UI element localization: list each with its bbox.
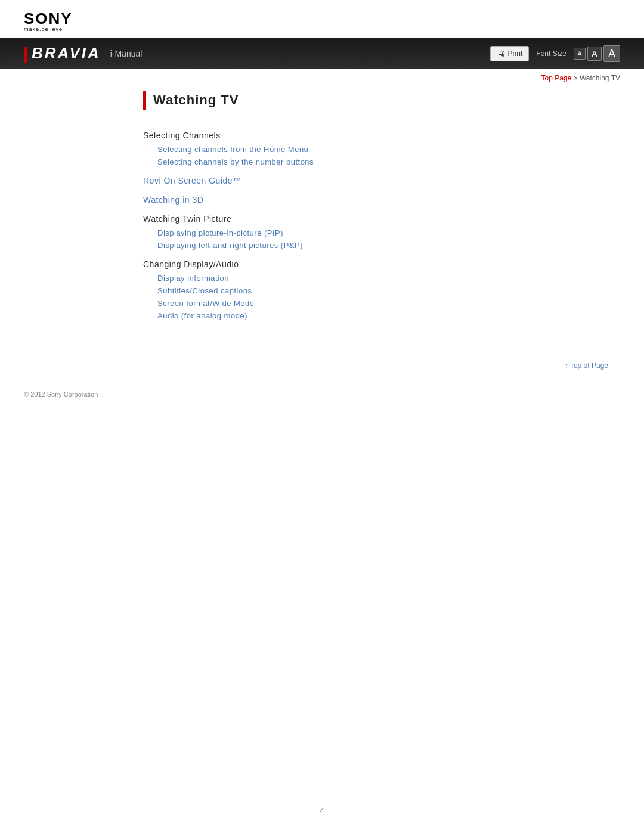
- copyright: © 2012 Sony Corporation: [24, 391, 98, 398]
- watching-twin-picture-heading: Watching Twin Picture: [143, 214, 596, 224]
- footer-area: © 2012 Sony Corporation: [0, 382, 644, 405]
- imanual-label: i-Manual: [110, 49, 143, 58]
- font-size-controls: A A A: [574, 45, 620, 62]
- bravia-logo: BRAVIA: [24, 44, 101, 63]
- top-of-page-area: Top of Page: [0, 354, 644, 382]
- font-large-button[interactable]: A: [603, 45, 620, 62]
- content-area: Watching TV Selecting Channels Selecting…: [0, 85, 644, 354]
- page-number: 4: [320, 806, 324, 815]
- link-rovi-on-screen-guide[interactable]: Rovi On Screen Guide™: [143, 176, 596, 185]
- link-watching-in-3d[interactable]: Watching in 3D: [143, 195, 596, 205]
- section-watching-3d: Watching in 3D: [143, 195, 596, 205]
- red-accent-bar: [24, 47, 27, 63]
- title-red-bar: [143, 91, 146, 110]
- link-displaying-pap[interactable]: Displaying left-and-right pictures (P&P): [157, 241, 596, 250]
- link-display-information[interactable]: Display information: [157, 274, 596, 283]
- print-button[interactable]: 🖨 Print: [490, 46, 530, 61]
- link-displaying-pip[interactable]: Displaying picture-in-picture (PIP): [157, 228, 596, 237]
- section-selecting-channels: Selecting Channels Selecting channels fr…: [143, 131, 596, 166]
- section-changing-display-audio: Changing Display/Audio Display informati…: [143, 259, 596, 320]
- breadcrumb-current: Watching TV: [580, 74, 620, 82]
- page-title: Watching TV: [153, 92, 239, 108]
- link-subtitles-closed-captions[interactable]: Subtitles/Closed captions: [157, 286, 596, 295]
- link-selecting-channels-number-buttons[interactable]: Selecting channels by the number buttons: [157, 157, 596, 166]
- logo-area: SONY make.believe: [0, 0, 644, 38]
- top-of-page-link[interactable]: Top of Page: [565, 361, 608, 370]
- link-selecting-channels-home-menu[interactable]: Selecting channels from the Home Menu: [157, 145, 596, 154]
- nav-bar: BRAVIA i-Manual 🖨 Print Font Size A A A: [0, 38, 644, 69]
- sony-brand: SONY: [24, 11, 73, 26]
- sony-tagline: make.believe: [24, 27, 63, 32]
- breadcrumb-area: Top Page > Watching TV: [0, 69, 644, 85]
- link-audio-analog-mode[interactable]: Audio (for analog mode): [157, 311, 596, 320]
- link-screen-format-wide-mode[interactable]: Screen format/Wide Mode: [157, 299, 596, 308]
- changing-display-audio-heading: Changing Display/Audio: [143, 259, 596, 269]
- breadcrumb-separator: >: [571, 74, 580, 82]
- print-icon: 🖨: [497, 49, 505, 58]
- bravia-section: BRAVIA i-Manual: [24, 44, 142, 63]
- font-small-button[interactable]: A: [574, 48, 586, 60]
- page-title-section: Watching TV: [143, 91, 596, 116]
- section-watching-twin-picture: Watching Twin Picture Displaying picture…: [143, 214, 596, 250]
- print-label: Print: [508, 49, 523, 58]
- breadcrumb-top-page[interactable]: Top Page: [541, 74, 572, 82]
- nav-right: 🖨 Print Font Size A A A: [490, 45, 620, 62]
- selecting-channels-heading: Selecting Channels: [143, 131, 596, 140]
- font-size-label: Font Size: [536, 49, 566, 58]
- sony-logo: SONY make.believe: [24, 11, 620, 32]
- breadcrumb: Top Page > Watching TV: [24, 74, 620, 82]
- font-medium-button[interactable]: A: [587, 47, 602, 61]
- section-rovi: Rovi On Screen Guide™: [143, 176, 596, 185]
